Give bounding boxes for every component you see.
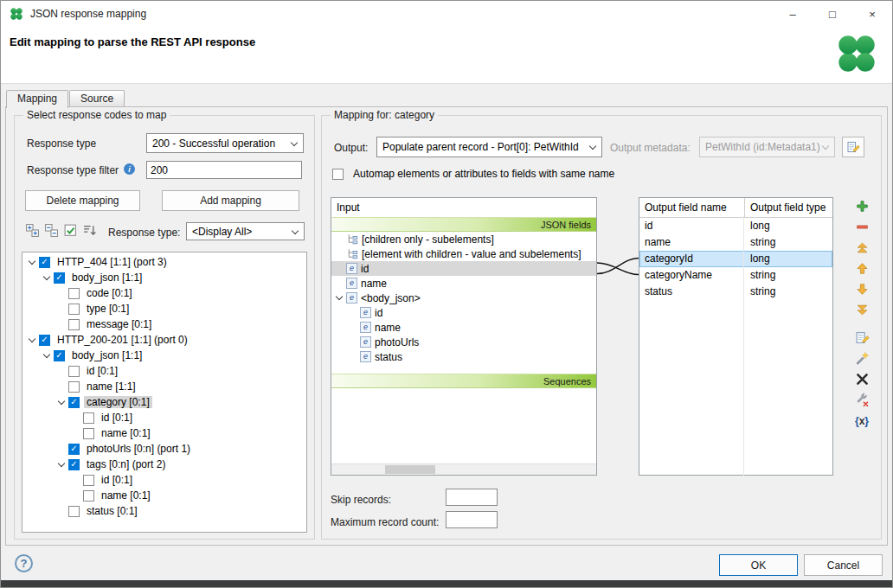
automap-checkbox[interactable] [332,169,344,180]
input-tree-item[interactable]: ephotoUrls [331,335,596,349]
tree-item[interactable]: body_json [1:1] [22,348,306,363]
expand-all-icon[interactable] [25,223,40,238]
output-field-row[interactable]: categoryNamestring [639,267,832,284]
expander-icon[interactable] [41,270,54,285]
expander-icon[interactable] [55,457,68,472]
tree-item-label: name [0:1] [99,427,153,439]
check-visible-icon[interactable] [63,223,78,238]
tree-item[interactable]: code [0:1] [22,285,306,301]
tree-checkbox[interactable] [68,506,80,517]
tree-checkbox[interactable] [54,350,65,361]
add-field-icon[interactable] [855,199,870,214]
input-tree-item[interactable]: [element with children - value and subel… [331,246,596,261]
input-tree-item[interactable]: eid [331,261,596,276]
tree-item[interactable]: id [0:1] [22,363,306,379]
titlebar[interactable]: JSON response mapping – □ × [1,1,892,27]
tree-checkbox[interactable] [39,335,50,346]
tree-item[interactable]: status [0:1] [22,503,306,519]
output-field-row[interactable]: categoryIdlong [639,251,832,267]
move-up-icon[interactable] [855,261,870,276]
close-button[interactable]: × [852,1,892,27]
tree-item[interactable]: photoUrls [0:n] (port 1) [22,441,306,457]
tree-checkbox[interactable] [68,459,80,470]
tree-checkbox[interactable] [68,319,80,330]
tree-checkbox[interactable] [83,412,94,424]
output-select[interactable]: Populate parent record - Port[0]: PetWit… [376,137,602,157]
tree-checkbox[interactable] [83,428,94,439]
output-field-row[interactable]: namestring [639,234,832,251]
max-record-count-input[interactable] [446,511,498,528]
ok-button[interactable]: OK [719,554,798,576]
input-tree-item[interactable]: [children only - subelements] [331,232,596,246]
tab-mapping[interactable]: Mapping [6,90,68,108]
edit-field-icon[interactable] [855,330,870,345]
tree-item[interactable]: name [0:1] [22,488,306,503]
tab-source[interactable]: Source [69,90,125,106]
tree-checkbox[interactable] [68,288,80,299]
tree-checkbox[interactable] [68,304,80,315]
output-field-row[interactable]: idlong [639,218,832,234]
collapse-all-icon[interactable] [44,223,59,238]
response-filter-input[interactable] [146,161,302,179]
tree-item[interactable]: HTTP_200-201 [1:1] (port 0) [22,332,306,348]
remove-field-icon[interactable] [855,220,870,234]
automap-wand-icon[interactable] [855,351,870,366]
expander-icon[interactable] [26,254,39,270]
move-bottom-icon[interactable] [855,303,870,317]
input-tree-item[interactable]: estatus [331,349,596,364]
skip-records-input[interactable] [446,489,498,506]
cancel-button[interactable]: Cancel [804,554,883,576]
input-item-label: name [361,278,387,290]
tree-item[interactable]: id [0:1] [22,472,306,488]
tree-item[interactable]: type [0:1] [22,301,306,316]
column-header-field-type[interactable]: Output field type [745,198,832,217]
tree-item[interactable]: tags [0:n] (port 2) [22,457,306,472]
tree-checkbox[interactable] [83,490,94,502]
ctl-expression-icon[interactable]: {x} [855,413,870,428]
scrollbar-thumb[interactable] [385,465,435,474]
tree-item[interactable]: body_json [1:1] [22,270,306,285]
tree-item[interactable]: name [0:1] [22,425,306,441]
expander-spacer [334,232,346,246]
help-button[interactable]: ? [15,554,33,572]
output-field-row[interactable]: statusstring [639,284,832,300]
expander-icon[interactable] [26,332,39,348]
input-tree-item[interactable]: ename [331,320,596,335]
tree-item[interactable]: id [0:1] [22,410,306,425]
expander-icon[interactable] [41,348,54,363]
tree-checkbox[interactable] [68,444,80,455]
cancel-mapping-icon[interactable] [855,372,870,387]
add-mapping-button[interactable]: Add mapping [162,190,299,211]
tree-item[interactable]: HTTP_404 [1:1] (port 3) [22,254,306,270]
sort-icon[interactable] [82,223,97,238]
maximize-button[interactable]: □ [813,1,852,27]
horizontal-scrollbar[interactable] [331,463,596,475]
tree-item[interactable]: category [0:1] [22,394,306,410]
response-type-select[interactable]: 200 - Successful operation [146,133,304,153]
expander-icon[interactable] [55,394,68,410]
tree-item[interactable]: message [0:1] [22,316,306,332]
tree-checkbox[interactable] [39,257,50,268]
tree-checkbox[interactable] [68,366,80,377]
clear-mapping-icon[interactable] [855,393,870,407]
move-down-icon[interactable] [855,282,870,297]
output-table-header: Output field name Output field type [639,198,832,218]
delete-mapping-button[interactable]: Delete mapping [25,190,140,211]
minimize-button[interactable]: – [773,1,813,27]
input-tree-item[interactable]: e<body_json> [331,291,596,305]
tree-item[interactable]: name [1:1] [22,379,306,394]
expander-icon[interactable] [334,291,346,305]
info-icon[interactable]: i [124,163,135,175]
input-tree-item[interactable]: eid [331,305,596,320]
tree-checkbox[interactable] [83,475,94,486]
input-tree-item[interactable]: ename [331,276,596,291]
column-header-field-name[interactable]: Output field name [639,198,745,217]
tree-item-label: body_json [1:1] [69,349,145,361]
tree-checkbox[interactable] [68,397,80,408]
tree-checkbox[interactable] [54,272,65,284]
edit-metadata-button[interactable] [842,137,864,157]
tree-filter-select[interactable]: <Display All> [186,222,305,240]
move-top-icon[interactable] [855,240,870,255]
tree-checkbox[interactable] [68,381,80,393]
tree-filter-selected-value: <Display All> [192,226,252,238]
